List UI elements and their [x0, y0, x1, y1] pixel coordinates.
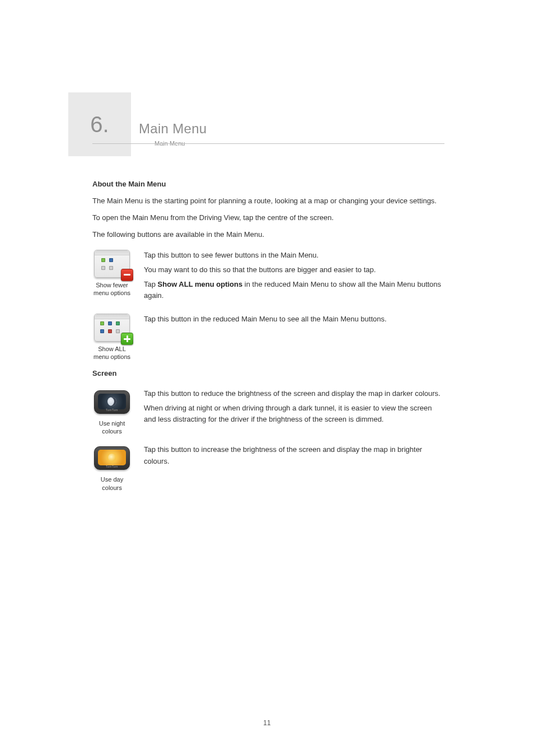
device-day-icon: TomTom — [94, 444, 130, 472]
moon-icon — [107, 397, 116, 406]
item-p1: Tap this button to increase the brightne… — [144, 444, 444, 466]
item-p1: Tap this button in the reduced Main Menu… — [144, 314, 444, 325]
item-p2: When driving at night or when driving th… — [144, 403, 444, 425]
sun-icon — [108, 454, 116, 461]
page: 6. Main Menu Main Menu About the Main Me… — [0, 0, 534, 756]
icon-caption: Show ALL menu options — [92, 345, 132, 361]
icon-caption: Use night colours — [92, 419, 132, 436]
icon-column: Show ALL menu options — [92, 314, 132, 361]
grid-plus-icon — [94, 314, 130, 342]
item-text: Tap this button to reduce the brightness… — [144, 388, 444, 436]
chapter-rule — [92, 143, 444, 144]
icon-caption: Use day colours — [92, 475, 132, 492]
menu-item: Show fewer menu options Tap this button … — [92, 250, 444, 305]
item-p1: Tap this button to see fewer buttons in … — [144, 250, 444, 261]
item-p3: Tap Show ALL menu options in the reduced… — [144, 279, 444, 301]
item-p2: You may want to do this so that the butt… — [144, 264, 444, 276]
icon-column: Show fewer menu options — [92, 250, 132, 305]
device-night-icon: TomTom — [94, 388, 130, 416]
plus-badge-icon — [121, 333, 133, 345]
grid-minus-icon — [94, 250, 130, 278]
menu-item: TomTom Use night colours Tap this button… — [92, 388, 444, 436]
item-text: Tap this button to increase the brightne… — [144, 444, 444, 492]
icon-column: TomTom Use day colours — [92, 444, 132, 492]
icon-column: TomTom Use night colours — [92, 388, 132, 436]
body: About the Main Menu The Main Menu is the… — [92, 175, 444, 492]
chapter-number: 6. — [90, 112, 109, 137]
section-heading-screen: Screen — [92, 368, 444, 379]
section-heading-about: About the Main Menu — [92, 179, 444, 190]
page-number: 11 — [0, 719, 534, 727]
menu-item: TomTom Use day colours Tap this button t… — [92, 444, 444, 492]
chapter-number-box: 6. — [68, 92, 131, 156]
item-p1: Tap this button to reduce the brightness… — [144, 388, 444, 399]
item-text: Tap this button in the reduced Main Menu… — [144, 314, 444, 361]
bold-label: Show ALL menu options — [158, 280, 243, 288]
chapter-title: Main Menu — [139, 121, 207, 137]
buttons-lead: The following buttons are available in t… — [92, 229, 444, 240]
about-p1: The Main Menu is the starting point for … — [92, 195, 444, 207]
minus-badge-icon — [121, 269, 133, 281]
item-text: Tap this button to see fewer buttons in … — [144, 250, 444, 305]
icon-caption: Show fewer menu options — [92, 281, 132, 297]
about-p2: To open the Main Menu from the Driving V… — [92, 212, 444, 223]
menu-item: Show ALL menu options Tap this button in… — [92, 314, 444, 361]
